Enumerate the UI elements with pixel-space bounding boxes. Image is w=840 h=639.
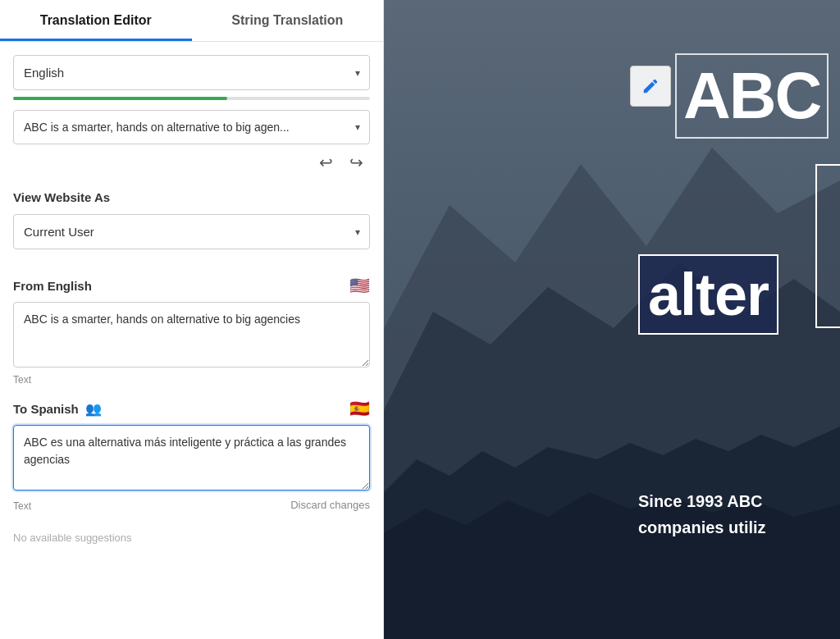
tabs-bar: Translation Editor String Translation bbox=[0, 0, 383, 42]
discard-changes-button[interactable]: Discard changes bbox=[290, 499, 370, 511]
from-english-label: From English bbox=[13, 279, 92, 293]
undo-button[interactable]: ↩ bbox=[316, 151, 336, 174]
view-as-select-wrapper: Current User Guest Admin ▾ bbox=[13, 214, 370, 249]
to-spanish-header-left: To Spanish 👥 bbox=[13, 401, 102, 417]
from-english-textarea[interactable] bbox=[13, 302, 370, 367]
language-select[interactable]: English Spanish French German bbox=[13, 55, 370, 90]
progress-bar-track bbox=[13, 97, 370, 100]
left-panel: Translation Editor String Translation En… bbox=[0, 0, 384, 639]
users-icon: 👥 bbox=[85, 401, 102, 417]
abc-altern-text: alter bbox=[638, 254, 778, 335]
to-spanish-meta: Text bbox=[13, 500, 31, 512]
tab-string-translation[interactable]: String Translation bbox=[192, 0, 384, 41]
from-english-flag-icon: 🇺🇸 bbox=[349, 276, 370, 295]
redo-button[interactable]: ↪ bbox=[346, 151, 367, 174]
to-spanish-textarea[interactable] bbox=[13, 425, 370, 491]
language-select-wrapper: English Spanish French German ▾ bbox=[13, 55, 370, 90]
to-spanish-flag-icon: 🇪🇸 bbox=[349, 399, 370, 418]
right-panel: ABC alter Since 1993 ABC companies utili… bbox=[384, 0, 840, 639]
to-spanish-label: To Spanish bbox=[13, 402, 79, 416]
from-english-header: From English 🇺🇸 bbox=[13, 276, 370, 295]
view-website-as-label: View Website As bbox=[13, 190, 370, 204]
from-english-header-left: From English bbox=[13, 279, 92, 293]
discard-row: Text Discard changes bbox=[13, 497, 370, 512]
panel-body: English Spanish French German ▾ ABC is a… bbox=[0, 42, 383, 639]
pencil-icon bbox=[641, 77, 660, 95]
to-spanish-header: To Spanish 👥 🇪🇸 bbox=[13, 399, 370, 418]
to-spanish-section: To Spanish 👥 🇪🇸 Text Discard changes bbox=[13, 399, 370, 512]
view-as-select[interactable]: Current User Guest Admin bbox=[13, 214, 370, 249]
preview-bottom-text: Since 1993 ABC companies utiliz bbox=[638, 488, 766, 541]
string-select-wrapper: ABC is a smarter, hands on alternative t… bbox=[13, 110, 370, 144]
view-website-as-section: View Website As Current User Guest Admin… bbox=[13, 190, 370, 256]
progress-bar-fill bbox=[13, 97, 227, 100]
right-partial-box bbox=[815, 164, 840, 328]
from-english-meta: Text bbox=[13, 374, 370, 386]
undo-redo-row: ↩ ↪ bbox=[13, 151, 370, 174]
string-select[interactable]: ABC is a smarter, hands on alternative t… bbox=[13, 110, 370, 144]
edit-overlay-button[interactable] bbox=[630, 66, 671, 107]
from-english-section: From English 🇺🇸 Text bbox=[13, 276, 370, 386]
no-suggestions-label: No available suggestions bbox=[13, 532, 370, 544]
abc-main-text: ABC bbox=[675, 53, 829, 139]
tab-translation-editor[interactable]: Translation Editor bbox=[0, 0, 192, 41]
